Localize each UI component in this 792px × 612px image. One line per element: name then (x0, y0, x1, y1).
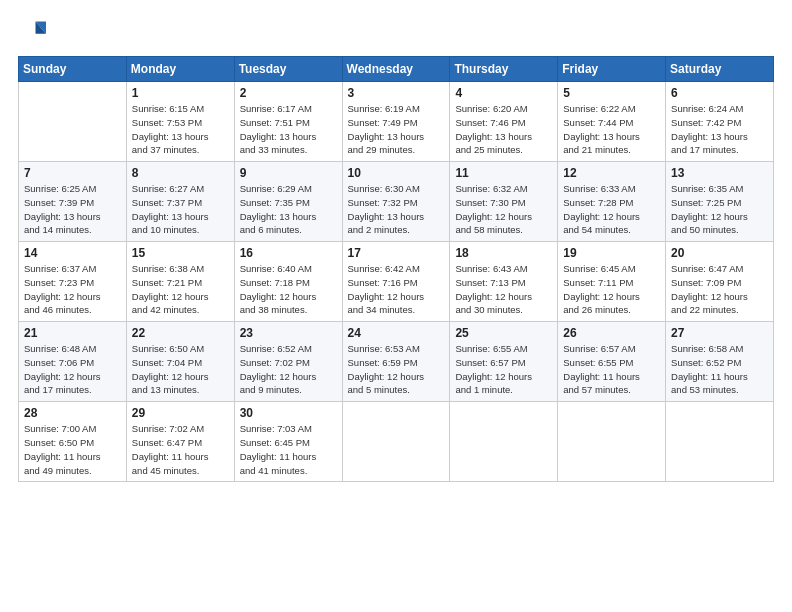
day-number: 4 (455, 86, 552, 100)
day-number: 16 (240, 246, 337, 260)
day-number: 27 (671, 326, 768, 340)
calendar-cell: 5Sunrise: 6:22 AM Sunset: 7:44 PM Daylig… (558, 82, 666, 162)
logo (18, 18, 50, 46)
day-info: Sunrise: 6:38 AM Sunset: 7:21 PM Dayligh… (132, 262, 229, 317)
day-info: Sunrise: 6:17 AM Sunset: 7:51 PM Dayligh… (240, 102, 337, 157)
day-number: 19 (563, 246, 660, 260)
header (18, 18, 774, 46)
calendar-cell (450, 402, 558, 482)
calendar-cell: 8Sunrise: 6:27 AM Sunset: 7:37 PM Daylig… (126, 162, 234, 242)
day-number: 18 (455, 246, 552, 260)
calendar-cell (342, 402, 450, 482)
calendar-cell: 12Sunrise: 6:33 AM Sunset: 7:28 PM Dayli… (558, 162, 666, 242)
day-info: Sunrise: 6:47 AM Sunset: 7:09 PM Dayligh… (671, 262, 768, 317)
day-info: Sunrise: 6:35 AM Sunset: 7:25 PM Dayligh… (671, 182, 768, 237)
day-info: Sunrise: 6:29 AM Sunset: 7:35 PM Dayligh… (240, 182, 337, 237)
calendar-cell: 21Sunrise: 6:48 AM Sunset: 7:06 PM Dayli… (19, 322, 127, 402)
calendar-cell: 11Sunrise: 6:32 AM Sunset: 7:30 PM Dayli… (450, 162, 558, 242)
day-info: Sunrise: 7:02 AM Sunset: 6:47 PM Dayligh… (132, 422, 229, 477)
day-info: Sunrise: 6:50 AM Sunset: 7:04 PM Dayligh… (132, 342, 229, 397)
logo-icon (18, 18, 46, 46)
day-number: 8 (132, 166, 229, 180)
day-number: 13 (671, 166, 768, 180)
day-number: 21 (24, 326, 121, 340)
calendar-cell: 22Sunrise: 6:50 AM Sunset: 7:04 PM Dayli… (126, 322, 234, 402)
day-number: 20 (671, 246, 768, 260)
day-number: 28 (24, 406, 121, 420)
calendar-cell: 4Sunrise: 6:20 AM Sunset: 7:46 PM Daylig… (450, 82, 558, 162)
day-info: Sunrise: 6:42 AM Sunset: 7:16 PM Dayligh… (348, 262, 445, 317)
day-number: 6 (671, 86, 768, 100)
calendar-cell: 25Sunrise: 6:55 AM Sunset: 6:57 PM Dayli… (450, 322, 558, 402)
day-info: Sunrise: 6:55 AM Sunset: 6:57 PM Dayligh… (455, 342, 552, 397)
day-number: 10 (348, 166, 445, 180)
day-info: Sunrise: 6:22 AM Sunset: 7:44 PM Dayligh… (563, 102, 660, 157)
day-info: Sunrise: 6:19 AM Sunset: 7:49 PM Dayligh… (348, 102, 445, 157)
calendar-cell: 16Sunrise: 6:40 AM Sunset: 7:18 PM Dayli… (234, 242, 342, 322)
calendar-header-row: SundayMondayTuesdayWednesdayThursdayFrid… (19, 57, 774, 82)
calendar-cell: 18Sunrise: 6:43 AM Sunset: 7:13 PM Dayli… (450, 242, 558, 322)
calendar-cell: 26Sunrise: 6:57 AM Sunset: 6:55 PM Dayli… (558, 322, 666, 402)
calendar-cell (558, 402, 666, 482)
calendar-cell: 15Sunrise: 6:38 AM Sunset: 7:21 PM Dayli… (126, 242, 234, 322)
calendar-cell: 13Sunrise: 6:35 AM Sunset: 7:25 PM Dayli… (666, 162, 774, 242)
day-number: 30 (240, 406, 337, 420)
calendar-cell: 20Sunrise: 6:47 AM Sunset: 7:09 PM Dayli… (666, 242, 774, 322)
day-number: 15 (132, 246, 229, 260)
day-info: Sunrise: 6:24 AM Sunset: 7:42 PM Dayligh… (671, 102, 768, 157)
page: SundayMondayTuesdayWednesdayThursdayFrid… (0, 0, 792, 612)
calendar-cell: 2Sunrise: 6:17 AM Sunset: 7:51 PM Daylig… (234, 82, 342, 162)
calendar-cell (666, 402, 774, 482)
calendar-cell: 3Sunrise: 6:19 AM Sunset: 7:49 PM Daylig… (342, 82, 450, 162)
day-number: 14 (24, 246, 121, 260)
day-number: 1 (132, 86, 229, 100)
day-info: Sunrise: 6:37 AM Sunset: 7:23 PM Dayligh… (24, 262, 121, 317)
day-number: 11 (455, 166, 552, 180)
day-info: Sunrise: 6:20 AM Sunset: 7:46 PM Dayligh… (455, 102, 552, 157)
day-info: Sunrise: 6:15 AM Sunset: 7:53 PM Dayligh… (132, 102, 229, 157)
day-info: Sunrise: 7:00 AM Sunset: 6:50 PM Dayligh… (24, 422, 121, 477)
calendar-cell: 28Sunrise: 7:00 AM Sunset: 6:50 PM Dayli… (19, 402, 127, 482)
day-info: Sunrise: 6:30 AM Sunset: 7:32 PM Dayligh… (348, 182, 445, 237)
calendar-cell: 14Sunrise: 6:37 AM Sunset: 7:23 PM Dayli… (19, 242, 127, 322)
day-number: 29 (132, 406, 229, 420)
calendar-week-row: 1Sunrise: 6:15 AM Sunset: 7:53 PM Daylig… (19, 82, 774, 162)
day-number: 12 (563, 166, 660, 180)
day-number: 3 (348, 86, 445, 100)
day-number: 25 (455, 326, 552, 340)
day-info: Sunrise: 6:40 AM Sunset: 7:18 PM Dayligh… (240, 262, 337, 317)
day-info: Sunrise: 6:27 AM Sunset: 7:37 PM Dayligh… (132, 182, 229, 237)
day-number: 2 (240, 86, 337, 100)
day-info: Sunrise: 6:33 AM Sunset: 7:28 PM Dayligh… (563, 182, 660, 237)
calendar-table: SundayMondayTuesdayWednesdayThursdayFrid… (18, 56, 774, 482)
day-info: Sunrise: 7:03 AM Sunset: 6:45 PM Dayligh… (240, 422, 337, 477)
calendar-header-sunday: Sunday (19, 57, 127, 82)
calendar-week-row: 14Sunrise: 6:37 AM Sunset: 7:23 PM Dayli… (19, 242, 774, 322)
calendar-header-wednesday: Wednesday (342, 57, 450, 82)
calendar-cell: 1Sunrise: 6:15 AM Sunset: 7:53 PM Daylig… (126, 82, 234, 162)
calendar-cell: 10Sunrise: 6:30 AM Sunset: 7:32 PM Dayli… (342, 162, 450, 242)
day-info: Sunrise: 6:25 AM Sunset: 7:39 PM Dayligh… (24, 182, 121, 237)
calendar-cell: 27Sunrise: 6:58 AM Sunset: 6:52 PM Dayli… (666, 322, 774, 402)
calendar-cell: 7Sunrise: 6:25 AM Sunset: 7:39 PM Daylig… (19, 162, 127, 242)
calendar-cell: 24Sunrise: 6:53 AM Sunset: 6:59 PM Dayli… (342, 322, 450, 402)
calendar-cell: 29Sunrise: 7:02 AM Sunset: 6:47 PM Dayli… (126, 402, 234, 482)
calendar-cell (19, 82, 127, 162)
calendar-cell: 6Sunrise: 6:24 AM Sunset: 7:42 PM Daylig… (666, 82, 774, 162)
day-info: Sunrise: 6:48 AM Sunset: 7:06 PM Dayligh… (24, 342, 121, 397)
day-info: Sunrise: 6:32 AM Sunset: 7:30 PM Dayligh… (455, 182, 552, 237)
day-number: 22 (132, 326, 229, 340)
calendar-cell: 30Sunrise: 7:03 AM Sunset: 6:45 PM Dayli… (234, 402, 342, 482)
day-number: 5 (563, 86, 660, 100)
day-number: 24 (348, 326, 445, 340)
calendar-header-friday: Friday (558, 57, 666, 82)
day-info: Sunrise: 6:52 AM Sunset: 7:02 PM Dayligh… (240, 342, 337, 397)
calendar-week-row: 28Sunrise: 7:00 AM Sunset: 6:50 PM Dayli… (19, 402, 774, 482)
day-number: 9 (240, 166, 337, 180)
day-number: 17 (348, 246, 445, 260)
calendar-week-row: 21Sunrise: 6:48 AM Sunset: 7:06 PM Dayli… (19, 322, 774, 402)
calendar-header-thursday: Thursday (450, 57, 558, 82)
calendar-header-saturday: Saturday (666, 57, 774, 82)
day-info: Sunrise: 6:58 AM Sunset: 6:52 PM Dayligh… (671, 342, 768, 397)
calendar-week-row: 7Sunrise: 6:25 AM Sunset: 7:39 PM Daylig… (19, 162, 774, 242)
